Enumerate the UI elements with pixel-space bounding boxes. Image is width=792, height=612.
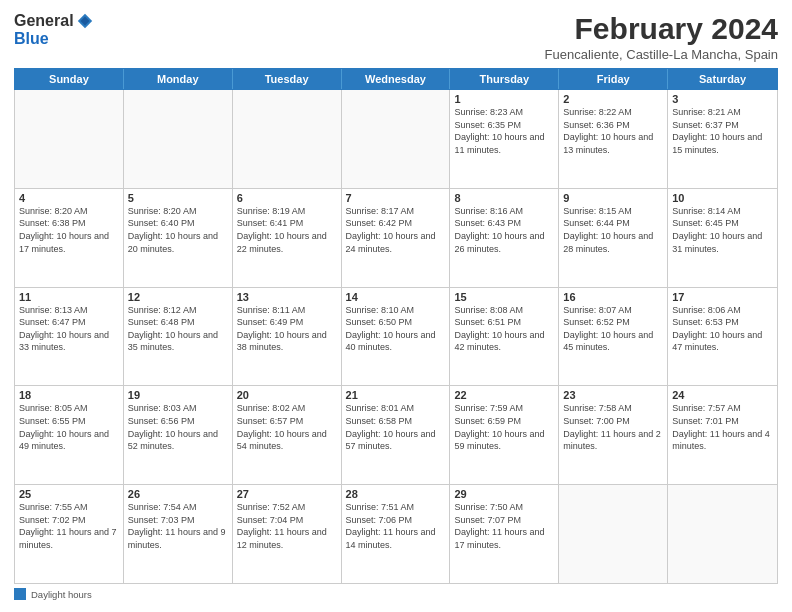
- logo: General Blue: [14, 12, 94, 48]
- day-number: 12: [128, 291, 228, 303]
- day-number: 19: [128, 389, 228, 401]
- calendar-cell: 19Sunrise: 8:03 AM Sunset: 6:56 PM Dayli…: [124, 386, 233, 484]
- calendar-cell: [668, 485, 777, 583]
- calendar-cell: 29Sunrise: 7:50 AM Sunset: 7:07 PM Dayli…: [450, 485, 559, 583]
- day-info: Sunrise: 8:23 AM Sunset: 6:35 PM Dayligh…: [454, 106, 554, 156]
- day-number: 26: [128, 488, 228, 500]
- calendar-cell: 25Sunrise: 7:55 AM Sunset: 7:02 PM Dayli…: [15, 485, 124, 583]
- day-number: 7: [346, 192, 446, 204]
- day-number: 20: [237, 389, 337, 401]
- calendar-row: 18Sunrise: 8:05 AM Sunset: 6:55 PM Dayli…: [15, 386, 777, 485]
- header-day: Monday: [124, 69, 233, 89]
- day-number: 15: [454, 291, 554, 303]
- calendar-header: SundayMondayTuesdayWednesdayThursdayFrid…: [14, 68, 778, 90]
- calendar-row: 25Sunrise: 7:55 AM Sunset: 7:02 PM Dayli…: [15, 485, 777, 583]
- day-info: Sunrise: 8:10 AM Sunset: 6:50 PM Dayligh…: [346, 304, 446, 354]
- day-info: Sunrise: 7:51 AM Sunset: 7:06 PM Dayligh…: [346, 501, 446, 551]
- day-info: Sunrise: 8:06 AM Sunset: 6:53 PM Dayligh…: [672, 304, 773, 354]
- legend-box: [14, 588, 26, 600]
- day-number: 22: [454, 389, 554, 401]
- page: General Blue February 2024 Fuencaliente,…: [0, 0, 792, 612]
- day-info: Sunrise: 8:11 AM Sunset: 6:49 PM Dayligh…: [237, 304, 337, 354]
- location: Fuencaliente, Castille-La Mancha, Spain: [545, 47, 778, 62]
- day-info: Sunrise: 7:57 AM Sunset: 7:01 PM Dayligh…: [672, 402, 773, 452]
- day-number: 8: [454, 192, 554, 204]
- calendar: SundayMondayTuesdayWednesdayThursdayFrid…: [14, 68, 778, 584]
- day-info: Sunrise: 7:55 AM Sunset: 7:02 PM Dayligh…: [19, 501, 119, 551]
- day-number: 16: [563, 291, 663, 303]
- calendar-cell: 1Sunrise: 8:23 AM Sunset: 6:35 PM Daylig…: [450, 90, 559, 188]
- calendar-cell: [559, 485, 668, 583]
- calendar-cell: 21Sunrise: 8:01 AM Sunset: 6:58 PM Dayli…: [342, 386, 451, 484]
- day-number: 11: [19, 291, 119, 303]
- header: General Blue February 2024 Fuencaliente,…: [14, 12, 778, 62]
- day-number: 14: [346, 291, 446, 303]
- logo-text: General: [14, 12, 94, 30]
- day-number: 4: [19, 192, 119, 204]
- calendar-cell: 5Sunrise: 8:20 AM Sunset: 6:40 PM Daylig…: [124, 189, 233, 287]
- calendar-row: 4Sunrise: 8:20 AM Sunset: 6:38 PM Daylig…: [15, 189, 777, 288]
- day-number: 1: [454, 93, 554, 105]
- day-info: Sunrise: 8:20 AM Sunset: 6:40 PM Dayligh…: [128, 205, 228, 255]
- day-info: Sunrise: 7:59 AM Sunset: 6:59 PM Dayligh…: [454, 402, 554, 452]
- logo-blue: Blue: [14, 30, 49, 48]
- day-number: 5: [128, 192, 228, 204]
- calendar-cell: 3Sunrise: 8:21 AM Sunset: 6:37 PM Daylig…: [668, 90, 777, 188]
- calendar-cell: 12Sunrise: 8:12 AM Sunset: 6:48 PM Dayli…: [124, 288, 233, 386]
- day-info: Sunrise: 8:07 AM Sunset: 6:52 PM Dayligh…: [563, 304, 663, 354]
- header-day: Sunday: [15, 69, 124, 89]
- day-info: Sunrise: 8:02 AM Sunset: 6:57 PM Dayligh…: [237, 402, 337, 452]
- calendar-cell: 17Sunrise: 8:06 AM Sunset: 6:53 PM Dayli…: [668, 288, 777, 386]
- calendar-cell: [233, 90, 342, 188]
- calendar-cell: 26Sunrise: 7:54 AM Sunset: 7:03 PM Dayli…: [124, 485, 233, 583]
- day-info: Sunrise: 7:52 AM Sunset: 7:04 PM Dayligh…: [237, 501, 337, 551]
- calendar-cell: 18Sunrise: 8:05 AM Sunset: 6:55 PM Dayli…: [15, 386, 124, 484]
- day-number: 23: [563, 389, 663, 401]
- day-number: 25: [19, 488, 119, 500]
- calendar-cell: 10Sunrise: 8:14 AM Sunset: 6:45 PM Dayli…: [668, 189, 777, 287]
- day-info: Sunrise: 8:15 AM Sunset: 6:44 PM Dayligh…: [563, 205, 663, 255]
- calendar-row: 11Sunrise: 8:13 AM Sunset: 6:47 PM Dayli…: [15, 288, 777, 387]
- day-info: Sunrise: 8:17 AM Sunset: 6:42 PM Dayligh…: [346, 205, 446, 255]
- day-info: Sunrise: 8:21 AM Sunset: 6:37 PM Dayligh…: [672, 106, 773, 156]
- day-info: Sunrise: 8:08 AM Sunset: 6:51 PM Dayligh…: [454, 304, 554, 354]
- header-day: Friday: [559, 69, 668, 89]
- day-info: Sunrise: 8:05 AM Sunset: 6:55 PM Dayligh…: [19, 402, 119, 452]
- legend-label: Daylight hours: [31, 589, 92, 600]
- calendar-cell: [15, 90, 124, 188]
- calendar-cell: 9Sunrise: 8:15 AM Sunset: 6:44 PM Daylig…: [559, 189, 668, 287]
- month-title: February 2024: [545, 12, 778, 45]
- day-number: 24: [672, 389, 773, 401]
- day-number: 21: [346, 389, 446, 401]
- day-number: 9: [563, 192, 663, 204]
- day-number: 29: [454, 488, 554, 500]
- calendar-cell: 2Sunrise: 8:22 AM Sunset: 6:36 PM Daylig…: [559, 90, 668, 188]
- day-number: 10: [672, 192, 773, 204]
- day-info: Sunrise: 7:54 AM Sunset: 7:03 PM Dayligh…: [128, 501, 228, 551]
- calendar-cell: 6Sunrise: 8:19 AM Sunset: 6:41 PM Daylig…: [233, 189, 342, 287]
- day-number: 18: [19, 389, 119, 401]
- day-info: Sunrise: 8:19 AM Sunset: 6:41 PM Dayligh…: [237, 205, 337, 255]
- calendar-cell: 14Sunrise: 8:10 AM Sunset: 6:50 PM Dayli…: [342, 288, 451, 386]
- day-number: 2: [563, 93, 663, 105]
- calendar-cell: 13Sunrise: 8:11 AM Sunset: 6:49 PM Dayli…: [233, 288, 342, 386]
- title-block: February 2024 Fuencaliente, Castille-La …: [545, 12, 778, 62]
- logo-icon: [76, 12, 94, 30]
- calendar-cell: 7Sunrise: 8:17 AM Sunset: 6:42 PM Daylig…: [342, 189, 451, 287]
- day-info: Sunrise: 8:12 AM Sunset: 6:48 PM Dayligh…: [128, 304, 228, 354]
- day-info: Sunrise: 8:22 AM Sunset: 6:36 PM Dayligh…: [563, 106, 663, 156]
- calendar-cell: 4Sunrise: 8:20 AM Sunset: 6:38 PM Daylig…: [15, 189, 124, 287]
- day-info: Sunrise: 7:58 AM Sunset: 7:00 PM Dayligh…: [563, 402, 663, 452]
- calendar-cell: [342, 90, 451, 188]
- header-day: Tuesday: [233, 69, 342, 89]
- calendar-row: 1Sunrise: 8:23 AM Sunset: 6:35 PM Daylig…: [15, 90, 777, 189]
- header-day: Saturday: [668, 69, 777, 89]
- calendar-cell: 24Sunrise: 7:57 AM Sunset: 7:01 PM Dayli…: [668, 386, 777, 484]
- calendar-cell: 20Sunrise: 8:02 AM Sunset: 6:57 PM Dayli…: [233, 386, 342, 484]
- day-info: Sunrise: 8:14 AM Sunset: 6:45 PM Dayligh…: [672, 205, 773, 255]
- day-number: 28: [346, 488, 446, 500]
- day-info: Sunrise: 8:13 AM Sunset: 6:47 PM Dayligh…: [19, 304, 119, 354]
- calendar-cell: 11Sunrise: 8:13 AM Sunset: 6:47 PM Dayli…: [15, 288, 124, 386]
- day-info: Sunrise: 8:20 AM Sunset: 6:38 PM Dayligh…: [19, 205, 119, 255]
- calendar-cell: [124, 90, 233, 188]
